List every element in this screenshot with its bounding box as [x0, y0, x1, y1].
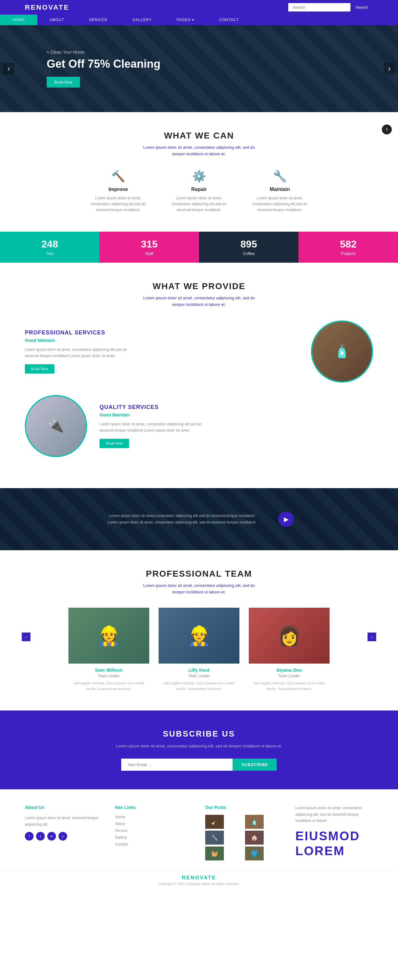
- footer-post-3[interactable]: 🔧: [205, 830, 224, 845]
- footer-post-2[interactable]: 🧴: [245, 815, 264, 829]
- stat-staff-number: 315: [141, 239, 157, 250]
- hero-headline: Get Off 75% Cleaning: [46, 57, 160, 70]
- provide-service-1-subtitle: Good Maintain: [25, 338, 299, 343]
- footer-about-text: Lorem ipsum dolor sit amet: eiusmod temp…: [25, 815, 102, 827]
- team-member-3-image-bg: 👩: [249, 608, 329, 663]
- what-we-can-title: WHAT WE CAN: [25, 131, 373, 141]
- social-instagram-icon[interactable]: in: [47, 832, 56, 841]
- provide-header: WHAT WE PROVIDE Lorem ipsum dolor sit am…: [25, 281, 373, 308]
- provide-text-2: QUALITY SERVICES Good Maintain Lorem ips…: [99, 404, 373, 448]
- video-play-button[interactable]: ▶: [278, 511, 294, 527]
- provide-title: WHAT WE PROVIDE: [25, 281, 373, 291]
- provide-service-2-button[interactable]: Book Now: [99, 439, 129, 448]
- stat-projects-number: 582: [340, 239, 356, 250]
- team-member-3-name: Diyana Deo: [249, 667, 329, 673]
- provide-service-2-subtitle: Good Maintain: [99, 412, 373, 417]
- provide-service-1-image-bg: 🧴: [312, 322, 372, 381]
- team-member-1-desc: velit sagittis vehicula. Duis posuere ex…: [69, 681, 149, 692]
- team-prev-arrow[interactable]: ‹: [22, 633, 30, 641]
- social-facebook-icon[interactable]: f: [25, 832, 34, 841]
- team-member-2-image-bg: 👷: [158, 608, 240, 663]
- repair-title: Repair: [168, 187, 230, 192]
- team-member-2-desc: velit sagittis vehicula. Duis posuere ex…: [158, 681, 240, 692]
- nav-about[interactable]: ABOUT: [37, 14, 77, 25]
- search-input[interactable]: [288, 3, 350, 11]
- team-member-3-role: Team Leader: [249, 674, 329, 678]
- subscribe-email-input[interactable]: [121, 759, 233, 771]
- footer-post-5[interactable]: 🧺: [205, 846, 224, 861]
- hero-tagline: + Clean Your Home: [46, 50, 160, 55]
- provide-service-2: QUALITY SERVICES Good Maintain Lorem ips…: [25, 395, 373, 457]
- provide-service-1-title: PROFESSIONAL SERVICES: [25, 329, 299, 336]
- footer-posts-title: Our Posts: [205, 805, 283, 810]
- subscribe-subtitle: Lorem ipsum dolor sit amet, consectetur …: [25, 743, 373, 749]
- stat-projects-label: Projects: [341, 251, 356, 256]
- footer-post-6[interactable]: 🪣: [245, 846, 264, 861]
- provide-service-2-image-bg: 🔌: [26, 396, 86, 456]
- subscribe-title: SUBSCRIBE US: [25, 729, 373, 739]
- search-button[interactable]: Search: [350, 3, 373, 11]
- footer-post-1[interactable]: 🧹: [205, 815, 224, 829]
- nav-gallery[interactable]: GALLERY: [120, 14, 164, 25]
- provide-text-1: PROFESSIONAL SERVICES Good Maintain Lore…: [25, 329, 299, 374]
- footer-nav-home[interactable]: Home: [115, 815, 193, 819]
- logo: RENOVATE: [25, 3, 69, 11]
- video-section: Lorem ipsum dolor sit amet,consectetur a…: [0, 488, 398, 550]
- hero-next-arrow[interactable]: ›: [384, 63, 395, 74]
- provide-service-2-image: 🔌: [25, 395, 87, 457]
- footer-post-4[interactable]: 🏠: [245, 830, 264, 845]
- team-member-3: 👩 Diyana Deo Team Leader velit sagittis …: [249, 608, 329, 692]
- what-we-provide-section: WHAT WE PROVIDE Lorem ipsum dolor sit am…: [0, 263, 398, 488]
- team-next-arrow[interactable]: ›: [368, 633, 376, 641]
- hero-content: + Clean Your Home Get Off 75% Cleaning B…: [0, 50, 160, 88]
- footer-copyright: Copyright © 2021 Company Name All rights…: [5, 882, 393, 886]
- team-member-2-name: Lilly Kent: [158, 667, 240, 673]
- video-text: Lorem ipsum dolor sit amet,consectetur a…: [104, 513, 260, 525]
- team-member-1-image-bg: 👷: [69, 608, 149, 663]
- footer: About Us Lorem ipsum dolor sit amet: eiu…: [0, 789, 398, 870]
- team-title: PROFESSIONAL TEAM: [25, 569, 373, 579]
- stat-coffee-label: Coffee: [243, 251, 255, 256]
- footer-nav-title: Nav Links: [115, 805, 193, 810]
- maintain-title: Maintain: [249, 187, 311, 192]
- header: RENOVATE Search: [0, 0, 398, 14]
- footer-bottom-logo: RENOVATE: [5, 875, 393, 881]
- social-twitter-icon[interactable]: t: [36, 832, 45, 841]
- team-member-1: 👷 Sam Willson Team Leader velit sagittis…: [69, 608, 149, 692]
- team-member-3-image: 👩: [249, 608, 329, 663]
- team-member-2-image: 👷: [158, 608, 240, 663]
- features-grid: 🔨 Improve Lorem ipsum dolor sit amet, co…: [25, 170, 373, 213]
- provide-subtitle: Lorem ipsum dolor sit amet, consectetur …: [137, 295, 261, 308]
- stat-tea: 248 Tea: [0, 232, 99, 263]
- footer-big-text-line2: LOREM: [296, 843, 373, 858]
- maintain-icon: 🔧: [249, 170, 311, 183]
- main-nav: HOME ABOUT SERVICE GALLERY PAGES ▾ CONTA…: [0, 14, 398, 25]
- footer-big-text-line1: EIUSMOD: [296, 829, 373, 843]
- footer-nav-about[interactable]: About: [115, 822, 193, 826]
- feature-repair: ⚙️ Repair Lorem ipsum dolor sit amet, co…: [168, 170, 230, 213]
- repair-icon: ⚙️: [168, 170, 230, 183]
- stats-bar: 248 Tea 315 Staff 895 Coffee 582 Project…: [0, 232, 398, 263]
- nav-contact[interactable]: CONTACT: [207, 14, 251, 25]
- nav-home[interactable]: HOME: [0, 14, 37, 25]
- search-bar: Search: [288, 3, 373, 11]
- stat-tea-number: 248: [42, 239, 58, 250]
- footer-nav-gallery[interactable]: Gallery: [115, 835, 193, 840]
- social-youtube-icon[interactable]: y: [58, 832, 67, 841]
- hero-section: ‹ + Clean Your Home Get Off 75% Cleaning…: [0, 25, 398, 112]
- provide-service-1: PROFESSIONAL SERVICES Good Maintain Lore…: [25, 320, 373, 383]
- subscribe-button[interactable]: SUBSCRIBE: [233, 759, 277, 771]
- footer-posts: Our Posts 🧹 🧴 🔧 🏠 🧺 🪣: [205, 805, 283, 861]
- hero-prev-arrow[interactable]: ‹: [3, 63, 14, 74]
- team-grid: ‹ 👷 Sam Willson Team Leader velit sagitt…: [25, 608, 373, 692]
- nav-pages[interactable]: PAGES ▾: [164, 14, 207, 25]
- improve-text: Lorem ipsum dolor sit amet, consectetur …: [87, 195, 149, 213]
- footer-extra-text: Lorem ipsum-dolor sit amet: consectetur …: [296, 805, 373, 824]
- scroll-top-button[interactable]: ⇧: [382, 124, 392, 134]
- hero-book-button[interactable]: Book Now: [46, 77, 80, 88]
- footer-nav-service[interactable]: Service: [115, 829, 193, 833]
- provide-service-1-button[interactable]: Book Now: [25, 364, 54, 374]
- nav-service[interactable]: SERVICE: [77, 14, 120, 25]
- footer-nav-contact[interactable]: Contact: [115, 842, 193, 846]
- team-subtitle: Lorem ipsum dolor sit amet, consectetur …: [137, 582, 261, 596]
